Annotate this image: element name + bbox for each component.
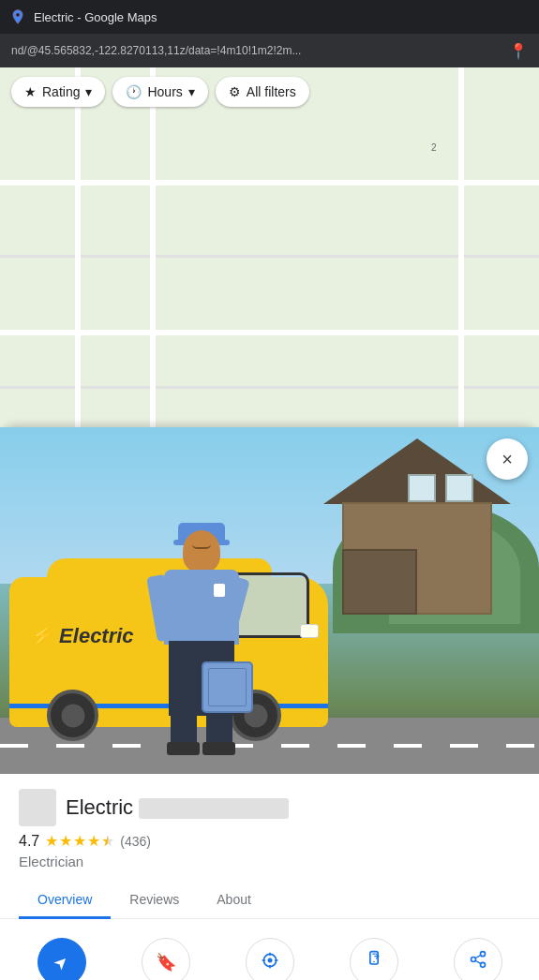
directions-arrow-icon: ➤ (49, 950, 73, 974)
business-name-row: Electric (19, 789, 520, 826)
svg-point-8 (373, 961, 375, 963)
rating-filter-button[interactable]: ★ Rating ▾ (11, 77, 105, 107)
svg-point-9 (480, 952, 485, 957)
rating-row: 4.7 ★ ★ ★ ★ ★ ★ (436) (19, 832, 520, 850)
map-label-2: 2 (431, 142, 437, 153)
url-bar[interactable]: nd/@45.565832,-122.8270113,11z/data=!4m1… (0, 34, 539, 67)
share-button[interactable]: Share (441, 938, 516, 980)
share-icon (469, 950, 487, 974)
svg-point-1 (267, 958, 272, 962)
rating-filter-label: Rating (42, 84, 80, 99)
star-2: ★ (59, 832, 72, 850)
star-1: ★ (45, 832, 58, 850)
business-panel: ⚡ Electric (0, 427, 539, 980)
star-3: ★ (73, 832, 86, 850)
google-maps-logo (9, 8, 26, 25)
hours-filter-label: Hours (147, 84, 182, 99)
hours-filter-button[interactable]: 🕐 Hours ▾ (112, 77, 207, 107)
rating-value: 4.7 (19, 833, 39, 850)
clock-icon: 🕐 (126, 84, 142, 99)
filter-bar: ★ Rating ▾ 🕐 Hours ▾ ⚙ All filters (11, 77, 309, 107)
business-photo: ⚡ Electric (0, 427, 539, 774)
business-avatar (19, 789, 56, 826)
directions-button[interactable]: ➤ Directions (24, 938, 99, 980)
all-filters-button[interactable]: ⚙ All filters (216, 77, 309, 107)
star-4: ★ (87, 832, 100, 850)
business-category: Electrician (19, 854, 520, 869)
send-to-phone-icon-circle (350, 938, 398, 980)
business-info: Electric 4.7 ★ ★ ★ ★ ★ ★ (436) (0, 774, 539, 980)
send-to-phone-button[interactable]: Send to phone (337, 938, 412, 980)
title-bar: Electric - Google Maps (0, 0, 539, 34)
svg-point-11 (480, 962, 485, 967)
all-filters-label: All filters (247, 84, 296, 99)
business-name-blurred (139, 798, 289, 819)
close-button[interactable]: × (487, 438, 528, 480)
directions-icon-circle: ➤ (37, 938, 86, 980)
review-count: (436) (120, 834, 151, 849)
business-name: Electric (66, 795, 520, 820)
location-icon: 📍 (509, 42, 528, 60)
map-area[interactable]: STA RENC Elec Hills H 2 ★ Rating ▾ 🕐 Hou… (0, 67, 539, 980)
tab-overview[interactable]: Overview (19, 883, 111, 919)
nearby-location-icon (261, 951, 279, 974)
save-button[interactable]: 🔖 Save (128, 938, 203, 980)
filters-icon: ⚙ (229, 84, 241, 99)
star-half-5: ★ ★ (101, 832, 114, 850)
share-icon-circle (454, 938, 502, 980)
rating-chevron-icon: ▾ (85, 84, 92, 99)
nearby-button[interactable]: Nearby (232, 938, 307, 980)
tab-about[interactable]: About (198, 883, 270, 919)
nearby-icon-circle (246, 938, 294, 980)
save-icon-circle: 🔖 (142, 938, 190, 980)
star-icon: ★ (24, 84, 37, 99)
svg-line-13 (475, 960, 481, 963)
tabs: Overview Reviews About (0, 883, 539, 919)
svg-point-10 (471, 958, 475, 962)
url-text: nd/@45.565832,-122.8270113,11z/data=!4m1… (11, 44, 502, 57)
title-bar-text: Electric - Google Maps (34, 10, 157, 24)
hours-chevron-icon: ▾ (188, 84, 195, 99)
tab-reviews[interactable]: Reviews (111, 883, 198, 919)
star-rating: ★ ★ ★ ★ ★ ★ (45, 832, 114, 850)
svg-line-12 (475, 955, 481, 958)
send-to-phone-icon (365, 950, 383, 974)
save-bookmark-icon: 🔖 (156, 952, 176, 973)
action-buttons: ➤ Directions 🔖 Save (0, 919, 539, 980)
